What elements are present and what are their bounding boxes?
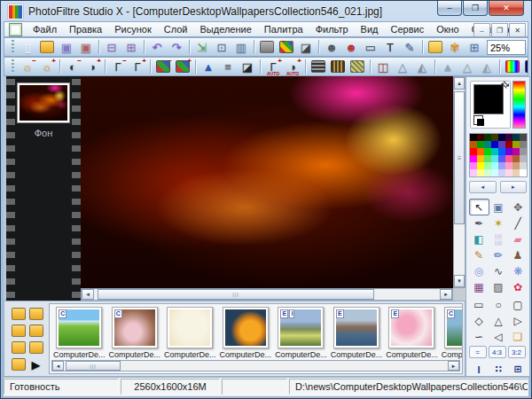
auto-contrast-icon[interactable]: ◑ + AUTO <box>283 58 302 75</box>
scroll-left-button[interactable]: ◂ <box>52 361 64 371</box>
saturation-minus-icon[interactable]: − <box>153 58 173 75</box>
palette-color[interactable] <box>498 162 505 169</box>
transform-selection[interactable]: ∷ <box>489 361 509 377</box>
palette-color[interactable] <box>477 169 484 176</box>
palette-color[interactable] <box>484 148 491 155</box>
levels-icon[interactable]: ≡ <box>218 58 238 75</box>
save-as-icon[interactable]: ▣ <box>76 38 96 56</box>
pattern-brown-icon[interactable] <box>328 58 348 75</box>
palette-color[interactable] <box>512 169 520 176</box>
palette-color[interactable] <box>484 155 491 162</box>
shape-polygon[interactable]: ◁ <box>489 328 509 345</box>
mdi-close-button[interactable]: ✕ <box>509 23 526 37</box>
ratio-3-2[interactable]: 3:2 <box>508 346 526 358</box>
airbrush-tool[interactable]: ░ <box>489 231 509 247</box>
colors-icon[interactable] <box>277 38 296 56</box>
selection-show-icon[interactable]: ▭ <box>361 38 380 56</box>
layer-thumbnail[interactable] <box>17 82 70 123</box>
menu-image[interactable]: Рисунок <box>108 22 158 36</box>
load-selection[interactable]: ❏ <box>508 328 528 345</box>
photomask-icon[interactable]: ☻ <box>322 38 341 56</box>
blur-tool[interactable]: ◎ <box>469 262 489 279</box>
gamma-minus-icon[interactable]: Γ − <box>108 58 128 75</box>
thumbnail-4[interactable]: ComputerDe... <box>220 307 272 359</box>
saturation-plus-icon[interactable]: + <box>173 58 192 75</box>
brush-tool[interactable]: ✎ <box>469 246 489 263</box>
canvas-image[interactable] <box>81 76 453 288</box>
palette-color[interactable] <box>477 134 484 141</box>
thumbnail-8[interactable]: C ComputerDe... <box>442 307 462 359</box>
palette-color[interactable] <box>491 148 498 155</box>
hand-tool[interactable]: ✥ <box>508 199 528 215</box>
palette-color[interactable] <box>477 141 484 148</box>
palette-color[interactable] <box>491 134 498 141</box>
histogram-icon[interactable]: ▲ <box>199 58 218 75</box>
palette-color[interactable] <box>498 148 505 155</box>
new-icon[interactable]: ▯ <box>18 38 37 56</box>
pattern-tool[interactable]: ▦ <box>469 278 489 295</box>
pattern-gold-icon[interactable] <box>348 58 367 75</box>
save-icon[interactable]: ▣ <box>57 38 76 56</box>
horizontal-scrollbar[interactable]: ◂ ||| ▸ <box>81 288 453 301</box>
scroll-down-button[interactable]: ▾ <box>454 275 465 287</box>
foreground-color-swatch[interactable] <box>473 84 504 114</box>
scroll-left-button[interactable]: ◂ <box>82 289 94 300</box>
palette-color[interactable] <box>491 169 498 176</box>
palette-color[interactable] <box>520 148 527 155</box>
smudge-tool[interactable]: ∿ <box>489 262 509 279</box>
browse-save-button[interactable] <box>27 322 46 340</box>
menu-layer[interactable]: Слой <box>158 22 194 36</box>
shape-rounded-rect[interactable]: ▢ <box>508 296 528 313</box>
sharpen-icon[interactable]: ◭ <box>412 58 432 75</box>
palette-color[interactable] <box>484 169 491 176</box>
mdi-restore-button[interactable]: ❐ <box>491 23 508 37</box>
shape-triangle[interactable]: △ <box>489 312 509 329</box>
palette-color[interactable] <box>505 148 512 155</box>
palette-color[interactable] <box>512 162 520 169</box>
menu-view[interactable]: Вид <box>355 22 385 36</box>
thumbnail-6[interactable]: E ComputerDe... <box>331 307 383 359</box>
menu-window[interactable]: Окно <box>430 22 466 36</box>
eraser-tool[interactable]: ▰ <box>508 231 528 247</box>
shape-rectangle[interactable]: ▭ <box>469 296 489 313</box>
menu-selection[interactable]: Выделение <box>193 22 257 36</box>
drop-soft-icon[interactable]: △ <box>458 58 477 75</box>
scroll-thumb[interactable]: ||| <box>66 361 121 371</box>
auto-levels-icon[interactable]: Γ + AUTO <box>263 58 283 75</box>
browse-frame-button[interactable] <box>27 339 46 356</box>
scroll-thumb[interactable]: ||| <box>98 289 374 300</box>
plugin-icon[interactable]: ✾ <box>445 38 465 56</box>
hue-gradient-bar[interactable] <box>512 81 526 129</box>
menu-palette[interactable]: Палитра <box>258 22 309 36</box>
image-size-icon[interactable]: ⇲ <box>192 38 212 56</box>
nozzle-tool[interactable]: ✿ <box>508 278 528 295</box>
maximize-button[interactable]: ❐ <box>463 1 488 16</box>
thumbnail-7[interactable]: E ComputerDe... <box>386 307 438 359</box>
thumbnail-3[interactable]: ComputerDe... <box>164 307 216 359</box>
browse-thumbs-button[interactable] <box>9 356 28 373</box>
scroll-track[interactable]: ||| <box>64 361 448 371</box>
zoom-input[interactable] <box>487 40 526 55</box>
vector-path-icon[interactable]: ✎ <box>400 38 419 56</box>
text-icon[interactable]: T <box>380 38 400 56</box>
thumbnail-2[interactable]: C ComputerDe... <box>109 307 161 359</box>
negative-icon[interactable]: ◪ <box>238 58 257 75</box>
clone-stamp-tool[interactable]: ♟ <box>508 246 528 263</box>
gamma-plus-icon[interactable]: Γ + <box>128 58 147 75</box>
browse-tree-button[interactable] <box>9 305 28 323</box>
shape-diamond[interactable]: ◇ <box>469 312 489 329</box>
fill-tool[interactable]: ◧ <box>469 231 489 247</box>
palette-color[interactable] <box>505 169 512 176</box>
shape-ellipse[interactable]: ○ <box>489 296 509 313</box>
explorer-icon[interactable] <box>426 38 445 56</box>
palette-color[interactable] <box>491 162 498 169</box>
palette-color[interactable] <box>520 162 527 169</box>
ratio-manual[interactable]: = <box>469 346 487 358</box>
title-bar[interactable]: PhotoFiltre Studio X - [ComputerDesktopW… <box>3 2 529 21</box>
fg-bg-mini-swatch[interactable] <box>473 115 483 125</box>
palette-color[interactable] <box>505 155 512 162</box>
palette-color[interactable] <box>470 155 477 162</box>
selection-tool[interactable]: ↖ <box>469 199 489 215</box>
palette-color[interactable] <box>484 141 491 148</box>
thumbnail-5[interactable]: E I ComputerDe... <box>275 307 327 359</box>
